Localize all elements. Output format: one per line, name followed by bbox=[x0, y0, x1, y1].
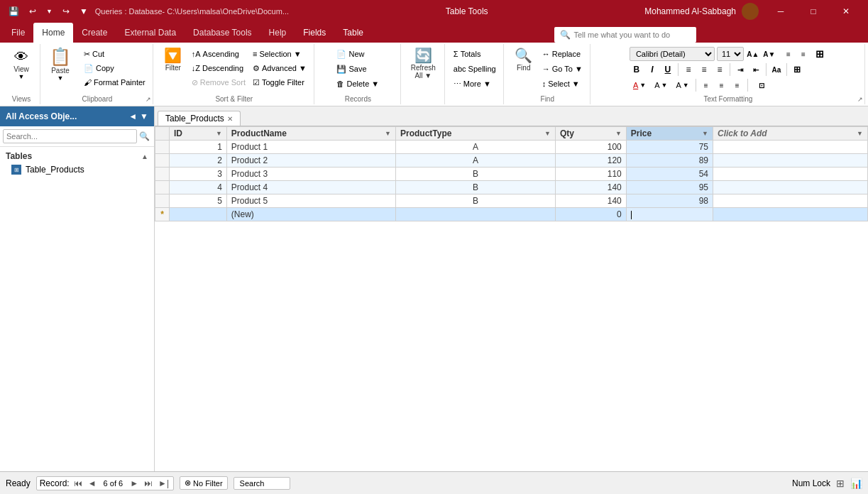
col-productname-header[interactable]: ProductName ▼ bbox=[226, 127, 395, 141]
row-3-type[interactable]: B bbox=[396, 168, 556, 181]
col-price-header[interactable]: Price ▼ bbox=[626, 127, 713, 141]
row-1-price[interactable]: 75 bbox=[626, 141, 713, 154]
redo-btn[interactable]: ↪ bbox=[60, 5, 72, 18]
align-vert-btn1[interactable]: ≡ bbox=[699, 78, 713, 92]
indent-less-btn[interactable]: ⇤ bbox=[749, 62, 763, 77]
row-2-qty[interactable]: 120 bbox=[555, 154, 626, 168]
remove-sort-btn[interactable]: ⊘ Remove Sort bbox=[189, 75, 248, 89]
tab-fields[interactable]: Fields bbox=[295, 23, 334, 43]
tab-database-tools[interactable]: Database Tools bbox=[185, 23, 260, 43]
sidebar-tables-header[interactable]: Tables ▲ bbox=[0, 150, 154, 163]
descending-btn[interactable]: ↓Z Descending bbox=[189, 61, 248, 75]
ribbon-search-input[interactable] bbox=[573, 31, 691, 39]
number-list-btn[interactable]: ≡ bbox=[796, 47, 811, 61]
align-left-btn[interactable]: ≡ bbox=[681, 62, 696, 77]
bold-btn[interactable]: B bbox=[630, 62, 644, 77]
row-5-name[interactable]: Product 5 bbox=[226, 194, 395, 208]
col-qty-header[interactable]: Qty ▼ bbox=[555, 127, 626, 141]
more-btn[interactable]: ⋯ More ▼ bbox=[451, 77, 494, 91]
find-btn[interactable]: 🔍 Find bbox=[510, 47, 538, 73]
new-record-btn[interactable]: 📄 New bbox=[334, 47, 367, 61]
row-5-price[interactable]: 98 bbox=[626, 194, 713, 208]
font-name-select[interactable]: Calibri (Detail) bbox=[630, 47, 715, 61]
sidebar-menu-btn[interactable]: ▼ bbox=[140, 111, 148, 121]
row-4-selector[interactable] bbox=[155, 181, 170, 194]
col-producttype-dropdown[interactable]: ▼ bbox=[544, 130, 551, 137]
font-color-btn[interactable]: A ▼ bbox=[630, 78, 649, 92]
align-vert-btn2[interactable]: ≡ bbox=[715, 78, 729, 92]
tab-table[interactable]: Table bbox=[334, 23, 372, 43]
advanced-btn[interactable]: ⚙ Advanced ▼ bbox=[250, 61, 309, 75]
undo-dropdown[interactable]: ▼ bbox=[43, 6, 55, 16]
minimize-btn[interactable]: ─ bbox=[764, 0, 797, 23]
spelling-btn[interactable]: abc Spelling bbox=[451, 62, 499, 76]
totals-btn[interactable]: Σ Totals bbox=[451, 47, 484, 61]
col-productname-dropdown[interactable]: ▼ bbox=[385, 130, 391, 137]
align-center-btn[interactable]: ≡ bbox=[697, 62, 711, 77]
new-row-type[interactable] bbox=[396, 208, 556, 221]
layout-view-btn[interactable]: 📊 bbox=[850, 478, 862, 489]
row-1-qty[interactable]: 100 bbox=[555, 141, 626, 154]
row-5-qty[interactable]: 140 bbox=[555, 194, 626, 208]
datasheet-container[interactable]: ID ▼ ProductName ▼ Produ bbox=[155, 126, 868, 471]
text-formatting-expand[interactable]: ↗ bbox=[857, 96, 863, 103]
cut-btn[interactable]: ✂ Cut bbox=[81, 47, 148, 61]
table-format-btn[interactable]: ⊞ bbox=[790, 62, 804, 77]
new-row-qty[interactable]: 0 bbox=[555, 208, 626, 221]
refresh-all-btn[interactable]: 🔄 RefreshAll ▼ bbox=[408, 47, 439, 81]
increase-font-btn[interactable]: A▲ bbox=[746, 47, 760, 61]
row-1-id[interactable]: 1 bbox=[170, 141, 227, 154]
row-4-id[interactable]: 4 bbox=[170, 181, 227, 194]
tab-home[interactable]: Home bbox=[33, 23, 73, 43]
undo-btn[interactable]: ↩ bbox=[26, 5, 39, 18]
row-3-selector[interactable] bbox=[155, 168, 170, 181]
filter-btn[interactable]: 🔽 Filter bbox=[159, 47, 187, 73]
search-status-input[interactable]: Search bbox=[234, 477, 290, 490]
underline-btn[interactable]: U bbox=[661, 62, 675, 77]
col-id-dropdown[interactable]: ▼ bbox=[216, 130, 222, 137]
col-qty-dropdown[interactable]: ▼ bbox=[615, 130, 622, 137]
row-3-qty[interactable]: 110 bbox=[555, 168, 626, 181]
col-add-dropdown[interactable]: ▼ bbox=[857, 130, 863, 137]
row-3-id[interactable]: 3 bbox=[170, 168, 227, 181]
tab-close-btn[interactable]: ✕ bbox=[227, 115, 233, 123]
align-right-btn[interactable]: ≡ bbox=[713, 62, 727, 77]
col-add-header[interactable]: Click to Add ▼ bbox=[713, 127, 867, 141]
row-4-name[interactable]: Product 4 bbox=[226, 181, 395, 194]
row-2-selector[interactable] bbox=[155, 154, 170, 168]
clipboard-expand[interactable]: ↗ bbox=[145, 96, 151, 103]
close-btn[interactable]: ✕ bbox=[830, 0, 862, 23]
col-price-dropdown[interactable]: ▼ bbox=[702, 130, 708, 137]
row-2-type[interactable]: A bbox=[396, 154, 556, 168]
tab-file[interactable]: File bbox=[3, 23, 33, 43]
sidebar-pin-btn[interactable]: ◄ bbox=[128, 111, 137, 121]
row-4-qty[interactable]: 140 bbox=[555, 181, 626, 194]
toggle-filter-btn[interactable]: ☑ Toggle Filter bbox=[250, 75, 309, 89]
decrease-font-btn[interactable]: A▼ bbox=[762, 47, 776, 61]
customize-qat[interactable]: ▼ bbox=[77, 5, 91, 18]
align-vert-btn3[interactable]: ≡ bbox=[730, 78, 745, 92]
wrap-text-btn[interactable]: ⊡ bbox=[751, 78, 772, 92]
row-4-type[interactable]: B bbox=[396, 181, 556, 194]
nav-last-btn[interactable]: ⏭ bbox=[143, 478, 154, 488]
italic-btn[interactable]: I bbox=[645, 62, 659, 77]
table-products-tab[interactable]: Table_Products ✕ bbox=[158, 111, 241, 126]
row-5-type[interactable]: B bbox=[396, 194, 556, 208]
indent-more-btn[interactable]: ⇥ bbox=[733, 62, 747, 77]
select-btn[interactable]: ↕ Select ▼ bbox=[539, 77, 586, 91]
nav-next-btn[interactable]: ► bbox=[128, 478, 140, 488]
sidebar-search-btn[interactable]: 🔍 bbox=[137, 129, 151, 143]
sidebar-search-input[interactable] bbox=[3, 129, 137, 143]
format-painter-btn[interactable]: 🖌 Format Painter bbox=[81, 75, 148, 89]
row-2-price[interactable]: 89 bbox=[626, 154, 713, 168]
replace-btn[interactable]: ↔ Replace bbox=[539, 47, 586, 61]
sidebar-item-table-products[interactable]: ⊞ Table_Products bbox=[0, 163, 154, 177]
datasheet-view-btn[interactable]: ⊞ bbox=[836, 478, 845, 489]
goto-btn[interactable]: → Go To ▼ bbox=[539, 62, 586, 76]
bullet-list-btn[interactable]: ≡ bbox=[781, 47, 796, 61]
text-format-btn[interactable]: Aa bbox=[769, 62, 784, 77]
restore-btn[interactable]: □ bbox=[797, 0, 830, 23]
new-row-price[interactable] bbox=[626, 208, 713, 221]
nav-first-btn[interactable]: ⏮ bbox=[72, 478, 84, 488]
row-2-name[interactable]: Product 2 bbox=[226, 154, 395, 168]
